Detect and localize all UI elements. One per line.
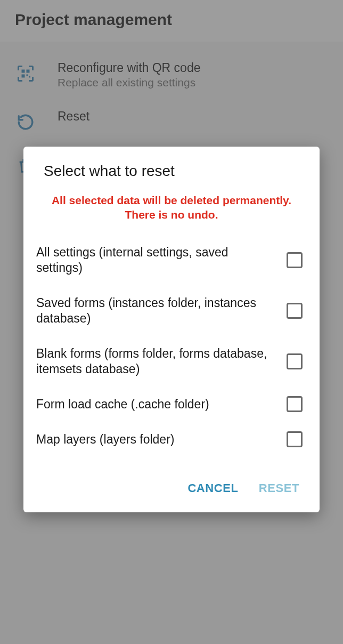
option-blank-forms[interactable]: Blank forms (forms folder, forms databas… (36, 337, 307, 388)
reset-dialog: Select what to reset All selected data w… (23, 147, 320, 512)
dialog-title: Select what to reset (36, 163, 307, 180)
reset-button[interactable]: RESET (257, 477, 301, 500)
option-map-layers[interactable]: Map layers (layers folder) (36, 423, 307, 458)
option-label: Saved forms (instances folder, instances… (36, 295, 277, 327)
option-label: Blank forms (forms folder, forms databas… (36, 346, 277, 377)
option-label: Form load cache (.cache folder) (36, 397, 277, 412)
cancel-button[interactable]: CANCEL (185, 477, 240, 500)
option-label: Map layers (layers folder) (36, 432, 277, 447)
option-all-settings[interactable]: All settings (internal settings, saved s… (36, 236, 307, 287)
dialog-warning: All selected data will be deleted perman… (36, 194, 307, 222)
dialog-actions: CANCEL RESET (36, 477, 307, 500)
option-checkbox[interactable] (287, 303, 303, 319)
option-saved-forms[interactable]: Saved forms (instances folder, instances… (36, 287, 307, 337)
option-checkbox[interactable] (287, 431, 303, 447)
option-form-load-cache[interactable]: Form load cache (.cache folder) (36, 388, 307, 423)
option-label: All settings (internal settings, saved s… (36, 245, 277, 276)
option-checkbox[interactable] (287, 252, 303, 268)
options-list: All settings (internal settings, saved s… (36, 236, 307, 458)
option-checkbox[interactable] (287, 353, 303, 369)
option-checkbox[interactable] (287, 396, 303, 412)
